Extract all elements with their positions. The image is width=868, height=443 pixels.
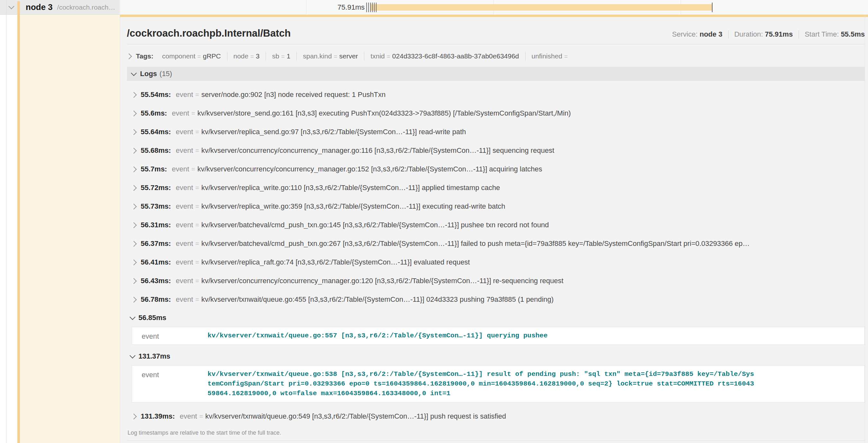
log-field-key[interactable]: event bbox=[132, 331, 208, 341]
chevron-down-icon bbox=[129, 352, 135, 358]
tag-sb: sb=1 bbox=[266, 52, 297, 61]
tree-gutter-divider bbox=[6, 0, 6, 443]
logs-footer-note: Log timestamps are relative to the start… bbox=[127, 430, 865, 436]
logs-section: Logs (15) 55.54ms:event=server/node.go:9… bbox=[127, 67, 865, 441]
logs-count: (15) bbox=[160, 70, 172, 78]
span-duration-label: 75.91ms bbox=[120, 0, 365, 15]
log-list: 55.54ms:event=server/node.go:902 [n3] no… bbox=[127, 81, 865, 426]
chevron-right-icon bbox=[126, 53, 132, 59]
chevron-right-icon bbox=[131, 110, 136, 116]
tag-component: component=gRPC bbox=[156, 52, 227, 61]
log-row-expanded-header[interactable]: 131.37ms bbox=[127, 349, 865, 364]
log-row[interactable]: 55.73ms:event=kv/kvserver/replica_write.… bbox=[127, 197, 865, 216]
log-row[interactable]: 55.64ms:event=kv/kvserver/replica_send.g… bbox=[127, 123, 865, 141]
span-detail-header: /cockroach.roachpb.Internal/Batch Servic… bbox=[127, 28, 865, 39]
meta-service: Service: node 3 bbox=[672, 30, 722, 38]
tag-txnid: txnid=024d3323-6c8f-4863-aa8b-37ab0e6349… bbox=[364, 52, 525, 61]
chevron-right-icon bbox=[131, 241, 136, 246]
tag-unfinished: unfinished= bbox=[525, 52, 576, 61]
log-row[interactable]: 55.72ms:event=kv/kvserver/replica_write.… bbox=[127, 178, 865, 197]
log-row[interactable]: 55.54ms:event=server/node.go:902 [n3] no… bbox=[127, 86, 865, 104]
span-service-name: node 3 bbox=[26, 2, 53, 12]
log-row[interactable]: 55.7ms:event=kv/kvserver/concurrency/con… bbox=[127, 160, 865, 178]
logs-accordion-header[interactable]: Logs (15) bbox=[127, 67, 865, 81]
log-row-expanded-header[interactable]: 56.85ms bbox=[127, 311, 865, 325]
log-field-value[interactable]: kv/kvserver/txnwait/queue.go:538 [n3,s3,… bbox=[208, 370, 755, 398]
span-row[interactable]: node 3 /cockroach.roach… 75.91ms bbox=[0, 0, 868, 15]
log-row[interactable]: 56.31ms:event=kv/kvserver/batcheval/cmd_… bbox=[127, 216, 865, 234]
chevron-right-icon bbox=[131, 166, 136, 172]
chevron-right-icon bbox=[131, 129, 136, 135]
logs-bottom-divider bbox=[127, 440, 865, 441]
chevron-right-icon bbox=[131, 148, 136, 154]
log-fields-table: event kv/kvserver/txnwait/queue.go:538 [… bbox=[132, 365, 865, 403]
log-row[interactable]: 131.39ms:event=kv/kvserver/txnwait/queue… bbox=[127, 407, 865, 426]
log-row[interactable]: 55.68ms:event=kv/kvserver/concurrency/co… bbox=[127, 141, 865, 160]
tag-span-kind: span.kind=server bbox=[297, 52, 364, 61]
log-fields-table: event kv/kvserver/txnwait/queue.go:557 [… bbox=[132, 327, 865, 345]
span-duration-bar[interactable] bbox=[370, 4, 712, 10]
chevron-right-icon bbox=[131, 278, 136, 284]
span-meta: Service: node 3Duration: 75.91msStart Ti… bbox=[672, 30, 865, 38]
chevron-right-icon bbox=[131, 297, 136, 302]
span-timeline-cell[interactable]: 75.91ms bbox=[120, 0, 868, 15]
name-column-divider[interactable] bbox=[120, 0, 120, 443]
chevron-right-icon bbox=[131, 92, 136, 98]
log-row[interactable]: 55.6ms:event=kv/kvserver/store_send.go:1… bbox=[127, 104, 865, 123]
chevron-right-icon bbox=[131, 413, 136, 419]
chevron-right-icon bbox=[131, 185, 136, 191]
chevron-down-icon[interactable] bbox=[8, 3, 14, 9]
chevron-right-icon bbox=[131, 222, 136, 228]
meta-start-time: Start Time: 55.5ms bbox=[799, 30, 865, 38]
panel-right-edge bbox=[865, 15, 865, 443]
tags-accordion[interactable]: Tags: component=gRPCnode=3sb=1span.kind=… bbox=[127, 51, 865, 62]
meta-duration: Duration: 75.91ms bbox=[728, 30, 793, 38]
log-row[interactable]: 56.37ms:event=kv/kvserver/batcheval/cmd_… bbox=[127, 234, 865, 253]
tags-label: Tags: bbox=[136, 52, 153, 60]
log-row[interactable]: 56.41ms:event=kv/kvserver/replica_raft.g… bbox=[127, 253, 865, 272]
span-detail-panel: /cockroach.roachpb.Internal/Batch Servic… bbox=[120, 15, 868, 443]
log-field-key[interactable]: event bbox=[132, 370, 208, 398]
header-divider bbox=[127, 44, 865, 44]
log-row[interactable]: 56.78ms:event=kv/kvserver/txnwait/queue.… bbox=[127, 290, 865, 309]
log-tick-end bbox=[712, 3, 713, 12]
chevron-down-icon bbox=[129, 314, 135, 320]
span-color-accent-bar bbox=[17, 1, 20, 443]
log-field-value[interactable]: kv/kvserver/txnwait/queue.go:557 [n3,s3,… bbox=[208, 331, 755, 341]
log-tick-marks bbox=[366, 3, 377, 12]
log-row[interactable]: 56.43ms:event=kv/kvserver/concurrency/co… bbox=[127, 272, 865, 290]
span-operation-name: /cockroach.roach… bbox=[57, 3, 115, 11]
page-title: /cockroach.roachpb.Internal/Batch bbox=[127, 28, 291, 39]
logs-title: Logs bbox=[140, 70, 157, 78]
selected-span-column-highlight bbox=[20, 15, 120, 443]
chevron-right-icon bbox=[131, 204, 136, 209]
chevron-right-icon bbox=[131, 260, 136, 265]
chevron-down-icon bbox=[131, 70, 136, 76]
tag-node: node=3 bbox=[227, 52, 266, 61]
